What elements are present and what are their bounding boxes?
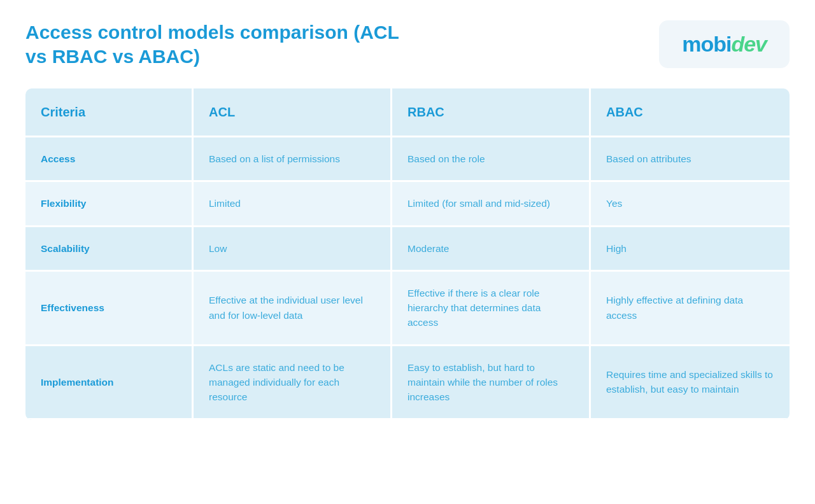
col-header-criteria: Criteria: [25, 88, 194, 137]
cell-acl: ACLs are static and need to be managed i…: [194, 346, 392, 421]
col-header-abac: ABAC: [591, 88, 790, 137]
cell-abac: Requires time and specialized skills to …: [591, 346, 790, 421]
col-header-rbac: RBAC: [392, 88, 591, 137]
cell-criteria: Access: [25, 137, 194, 182]
cell-rbac: Moderate: [392, 227, 591, 272]
cell-criteria: Implementation: [25, 346, 194, 421]
logo-box: mobidev: [659, 20, 790, 68]
page-header: Access control models comparison (ACL vs…: [25, 20, 790, 68]
cell-abac: Yes: [591, 182, 790, 227]
table-row: EffectivenessEffective at the individual…: [25, 272, 790, 346]
cell-criteria: Effectiveness: [25, 272, 194, 346]
cell-acl: Low: [194, 227, 392, 272]
logo-mobi: mobi: [682, 32, 731, 56]
cell-rbac: Based on the role: [392, 137, 591, 182]
table-row: AccessBased on a list of permissionsBase…: [25, 137, 790, 182]
page-title: Access control models comparison (ACL vs…: [25, 20, 420, 68]
cell-abac: Highly effective at defining data access: [591, 272, 790, 346]
cell-rbac: Easy to establish, but hard to maintain …: [392, 346, 591, 421]
cell-acl: Effective at the individual user level a…: [194, 272, 392, 346]
table-row: ImplementationACLs are static and need t…: [25, 346, 790, 421]
logo: mobidev: [682, 32, 767, 57]
table-row: ScalabilityLowModerateHigh: [25, 227, 790, 272]
cell-abac: High: [591, 227, 790, 272]
col-header-acl: ACL: [194, 88, 392, 137]
cell-acl: Limited: [194, 182, 392, 227]
cell-criteria: Flexibility: [25, 182, 194, 227]
cell-rbac: Limited (for small and mid-sized): [392, 182, 591, 227]
table-header-row: Criteria ACL RBAC ABAC: [25, 88, 790, 137]
cell-acl: Based on a list of permissions: [194, 137, 392, 182]
logo-dev: dev: [731, 32, 767, 56]
cell-criteria: Scalability: [25, 227, 194, 272]
cell-rbac: Effective if there is a clear role hiera…: [392, 272, 591, 346]
table-row: FlexibilityLimitedLimited (for small and…: [25, 182, 790, 227]
cell-abac: Based on attributes: [591, 137, 790, 182]
comparison-table: Criteria ACL RBAC ABAC AccessBased on a …: [25, 88, 790, 420]
